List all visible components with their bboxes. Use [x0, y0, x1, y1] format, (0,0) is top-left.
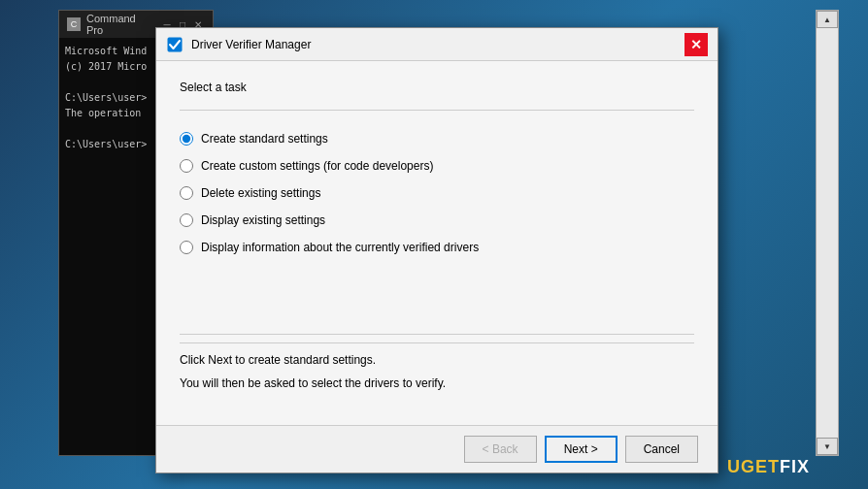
scroll-track	[817, 28, 838, 438]
option-1-label: Create standard settings	[201, 132, 328, 146]
cmd-icon: C	[67, 17, 81, 31]
dialog-icon	[166, 36, 184, 53]
option-3-label: Delete existing settings	[201, 186, 320, 200]
dialog-title: Driver Verifier Manager	[191, 38, 677, 51]
back-button[interactable]: < Back	[464, 436, 537, 463]
option-3[interactable]: Delete existing settings	[180, 186, 694, 200]
option-4-label: Display existing settings	[201, 213, 325, 227]
bottom-divider	[180, 334, 694, 335]
watermark-et: ET	[755, 457, 780, 476]
scroll-down-button[interactable]: ▼	[817, 438, 838, 455]
option-2[interactable]: Create custom settings (for code develop…	[180, 159, 694, 173]
section-label: Select a task	[180, 81, 694, 94]
option-5-label: Display information about the currently …	[201, 241, 479, 254]
watermark-ug: UG	[727, 457, 755, 476]
dialog-body: Select a task Create standard settings C…	[156, 61, 718, 425]
desc-line-1: Click Next to create standard settings.	[180, 351, 694, 369]
options-area: Create standard settings Create custom s…	[180, 111, 694, 334]
radio-option-4[interactable]	[180, 213, 193, 227]
watermark-fix: FIX	[780, 457, 810, 476]
driver-verifier-dialog: Driver Verifier Manager ✕ Select a task …	[155, 27, 718, 473]
watermark: UGETFIX	[727, 457, 810, 477]
option-1[interactable]: Create standard settings	[180, 132, 694, 146]
cancel-button[interactable]: Cancel	[625, 436, 698, 463]
dialog-titlebar: Driver Verifier Manager ✕	[156, 28, 718, 61]
radio-option-3[interactable]	[180, 186, 193, 200]
cmd-title: Command Pro	[86, 13, 154, 36]
radio-option-5[interactable]	[180, 241, 193, 254]
option-5[interactable]: Display information about the currently …	[180, 241, 694, 254]
desc-area: Click Next to create standard settings. …	[180, 342, 694, 406]
radio-option-2[interactable]	[180, 159, 193, 173]
radio-option-1[interactable]	[180, 132, 193, 146]
scroll-up-button[interactable]: ▲	[817, 11, 838, 28]
right-panel: ▲ ▼	[816, 10, 839, 456]
option-4[interactable]: Display existing settings	[180, 213, 694, 227]
dialog-close-button[interactable]: ✕	[684, 33, 708, 56]
dialog-footer: < Back Next > Cancel	[156, 425, 718, 473]
option-2-label: Create custom settings (for code develop…	[201, 159, 433, 173]
next-button[interactable]: Next >	[545, 436, 618, 463]
desc-line-2: You will then be asked to select the dri…	[180, 375, 694, 392]
